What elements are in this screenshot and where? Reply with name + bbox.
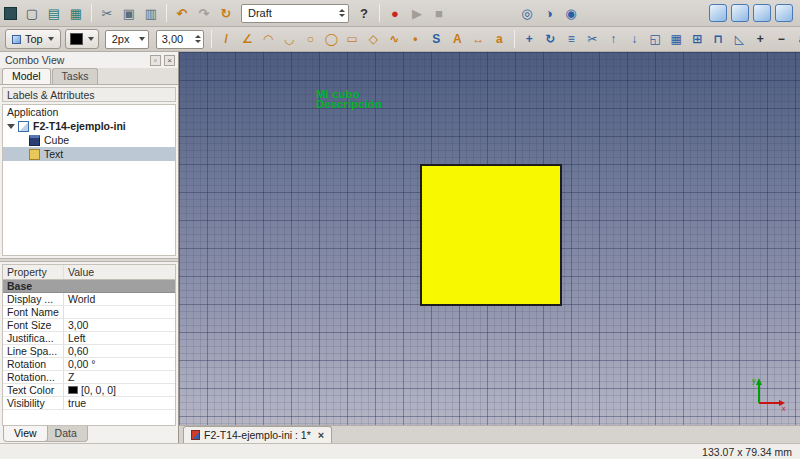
add-point-icon[interactable]: + bbox=[751, 30, 770, 49]
dropdown-caret-icon bbox=[139, 37, 145, 41]
property-value[interactable] bbox=[64, 306, 175, 318]
property-row[interactable]: Visibility true bbox=[3, 397, 175, 410]
draft-label-icon[interactable]: a bbox=[490, 30, 509, 49]
draft-ellipse-icon[interactable]: ◯ bbox=[322, 30, 341, 49]
cut-icon[interactable]: ✂ bbox=[97, 3, 117, 23]
cube-top-face[interactable] bbox=[420, 164, 562, 306]
edit-mode-icon[interactable]: a bbox=[793, 30, 800, 49]
draft-array-icon[interactable]: ▦ bbox=[667, 30, 686, 49]
property-row[interactable]: Line Spa... 0,60 bbox=[3, 345, 175, 358]
draft-facebinder-icon[interactable]: S bbox=[427, 30, 446, 49]
workbench-selector-value: Draft bbox=[248, 7, 272, 19]
draw-style-icon[interactable]: ◑ bbox=[539, 3, 559, 23]
close-panel-icon[interactable] bbox=[164, 55, 175, 66]
new-document-icon[interactable]: ▢ bbox=[22, 3, 42, 23]
open-document-icon[interactable]: ▤ bbox=[44, 3, 64, 23]
redo-icon[interactable]: ↷ bbox=[194, 3, 214, 23]
property-value[interactable]: Z bbox=[64, 371, 175, 383]
draft-scale-icon[interactable]: ◱ bbox=[646, 30, 665, 49]
save-document-icon[interactable]: ▦ bbox=[66, 3, 86, 23]
draft-text-icon[interactable]: A bbox=[448, 30, 467, 49]
draft-point-icon[interactable]: • bbox=[406, 30, 425, 49]
view-front-icon[interactable] bbox=[731, 4, 749, 22]
copy-icon[interactable]: ▣ bbox=[119, 3, 139, 23]
undo-icon[interactable]: ↶ bbox=[172, 3, 192, 23]
draft-arc3points-icon[interactable]: ◡ bbox=[280, 30, 299, 49]
size-spinbox[interactable]: 3,00 bbox=[156, 30, 204, 49]
workbench-selector[interactable]: Draft bbox=[241, 4, 349, 23]
cube-label: Cube bbox=[44, 134, 69, 146]
text-icon bbox=[29, 149, 40, 160]
draft-circle-icon[interactable]: ○ bbox=[301, 30, 320, 49]
draft-line-icon[interactable]: / bbox=[217, 30, 236, 49]
tab-tasks[interactable]: Tasks bbox=[52, 68, 99, 84]
draft-arc-icon[interactable]: ◠ bbox=[259, 30, 278, 49]
view-sphere-icon[interactable]: ◉ bbox=[561, 3, 581, 23]
property-value[interactable]: Left bbox=[64, 332, 175, 344]
property-value[interactable]: 0,60 bbox=[64, 345, 175, 357]
draft-rotate-icon[interactable]: ↻ bbox=[541, 30, 560, 49]
property-value[interactable]: 3,00 bbox=[64, 319, 175, 331]
working-plane-icon[interactable]: ◺ bbox=[730, 30, 749, 49]
document-tab[interactable]: F2-T14-ejemplo-ini : 1* bbox=[183, 426, 332, 443]
property-row[interactable]: Font Name bbox=[3, 306, 175, 319]
property-group-row[interactable]: Base bbox=[3, 280, 175, 293]
property-name: Rotation bbox=[3, 358, 64, 370]
tab-view[interactable]: View bbox=[3, 426, 48, 442]
property-row[interactable]: Text Color [0, 0, 0] bbox=[3, 384, 175, 397]
draft-polyline-icon[interactable]: ∠ bbox=[238, 30, 257, 49]
snap-lock-icon[interactable]: ⊓ bbox=[709, 30, 728, 49]
document-icon bbox=[18, 121, 29, 132]
macro-stop-icon[interactable]: ■ bbox=[429, 3, 449, 23]
draft-upgrade-icon[interactable]: ↑ bbox=[604, 30, 623, 49]
tab-model[interactable]: Model bbox=[2, 68, 51, 84]
draft-rectangle-icon[interactable]: ▭ bbox=[343, 30, 362, 49]
draft-trimex-icon[interactable]: ✂ bbox=[583, 30, 602, 49]
toggle-grid-icon[interactable]: ⊞ bbox=[688, 30, 707, 49]
3d-viewport[interactable]: Mi cubo Descripción x y bbox=[179, 52, 800, 425]
close-tab-icon[interactable] bbox=[318, 430, 324, 440]
view-top-button[interactable]: Top bbox=[5, 29, 61, 49]
expander-icon[interactable] bbox=[7, 124, 15, 129]
refresh-icon[interactable]: ↻ bbox=[216, 3, 236, 23]
paste-icon[interactable]: ▥ bbox=[141, 3, 161, 23]
whats-this-icon[interactable]: ? bbox=[354, 3, 374, 23]
value-column-header[interactable]: Value bbox=[64, 265, 175, 279]
remove-point-icon[interactable]: − bbox=[772, 30, 791, 49]
property-row[interactable]: Display ... World bbox=[3, 293, 175, 306]
draft-downgrade-icon[interactable]: ↓ bbox=[625, 30, 644, 49]
zoom-fit-icon[interactable]: ◎ bbox=[517, 3, 537, 23]
draft-text-annotation[interactable]: Mi cubo Descripción bbox=[316, 90, 382, 109]
draft-move-icon[interactable]: + bbox=[520, 30, 539, 49]
draft-dimension-icon[interactable]: ↔ bbox=[469, 30, 488, 49]
labels-attributes-header: Labels & Attributes bbox=[2, 87, 176, 102]
property-name: Font Name bbox=[3, 306, 64, 318]
property-value[interactable]: [0, 0, 0] bbox=[64, 384, 175, 396]
line-color-button[interactable] bbox=[65, 29, 99, 49]
property-row[interactable]: Rotation 0,00 ° bbox=[3, 358, 175, 371]
file-toolbar-group: ▢▤▦ bbox=[21, 3, 87, 23]
draft-offset-icon[interactable]: ≡ bbox=[562, 30, 581, 49]
tree-item-cube[interactable]: Cube bbox=[3, 133, 175, 147]
line-width-select[interactable]: 2px bbox=[105, 30, 149, 49]
draft-polygon-icon[interactable]: ◇ bbox=[364, 30, 383, 49]
draft-bspline-icon[interactable]: ∿ bbox=[385, 30, 404, 49]
property-value[interactable]: true bbox=[64, 397, 175, 409]
macro-record-icon[interactable]: ● bbox=[385, 3, 405, 23]
tree-item-text[interactable]: Text bbox=[3, 147, 175, 161]
property-row[interactable]: Font Size 3,00 bbox=[3, 319, 175, 332]
view-right-icon[interactable] bbox=[775, 4, 793, 22]
property-value[interactable]: World bbox=[64, 293, 175, 305]
panel-splitter[interactable] bbox=[0, 258, 178, 262]
macro-play-icon[interactable]: ▶ bbox=[407, 3, 427, 23]
property-row[interactable]: Justifica... Left bbox=[3, 332, 175, 345]
float-panel-icon[interactable] bbox=[150, 55, 161, 66]
property-row[interactable]: Rotation... Z bbox=[3, 371, 175, 384]
view-top-icon[interactable] bbox=[753, 4, 771, 22]
view-axonometric-icon[interactable] bbox=[709, 4, 727, 22]
tree-root-application[interactable]: Application bbox=[3, 105, 175, 119]
property-column-header[interactable]: Property bbox=[3, 265, 64, 279]
tab-data[interactable]: Data bbox=[44, 426, 88, 442]
tree-item-document[interactable]: F2-T14-ejemplo-ini bbox=[3, 119, 175, 133]
property-value[interactable]: 0,00 ° bbox=[64, 358, 175, 370]
